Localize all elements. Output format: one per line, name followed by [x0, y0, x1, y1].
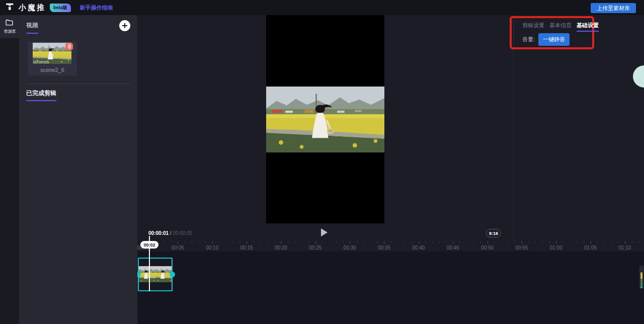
ruler-label: 00:10 [206, 245, 218, 251]
delete-icon[interactable] [65, 43, 73, 50]
ruler-label: 00:30 [344, 245, 356, 251]
add-media-button[interactable] [119, 20, 130, 31]
aspect-ratio-badge[interactable]: 9:16 [486, 229, 501, 237]
rail-item-library[interactable]: 资源库 [0, 15, 19, 38]
plus-icon [122, 23, 128, 29]
media-panel: 视频 00:00:05 scene2_6 已完成剪辑 [19, 15, 137, 324]
completed-clips-section[interactable]: 已完成剪辑 [26, 89, 56, 101]
video-frame [266, 87, 384, 152]
ruler-label: 00:05 [172, 245, 184, 251]
current-time: 00:00:01 [148, 230, 169, 236]
ruler-label: 00:25 [309, 245, 321, 251]
beta-badge: beta版 [50, 4, 71, 12]
guide-link[interactable]: 新手操作指南 [80, 4, 113, 12]
volume-row: 音量: 一键静音 [522, 33, 570, 46]
ruler-label: 00:50 [481, 245, 494, 251]
app-logo: 小魔推 beta版 新手操作指南 [0, 2, 113, 14]
ruler-label: 00:15 [240, 245, 253, 251]
tab-video[interactable]: 视频 [26, 21, 38, 34]
ruler-label: 00:35 [378, 245, 390, 251]
ruler-label: 01:05 [584, 245, 597, 251]
preview-stage: 00:00:01 / 00:00:05 9:16 [137, 15, 513, 240]
ruler-label: 00:40 [412, 245, 425, 251]
inspector-panel: 剪辑设置 基本信息 基础设置 音量: 一键静音 [513, 15, 644, 240]
timeline-tracks [137, 252, 644, 324]
video-canvas [266, 15, 384, 223]
playhead-time-pill[interactable]: 00:02 [140, 241, 158, 249]
sidebar-rail: 资源库 [0, 15, 19, 324]
app-logo-icon [5, 2, 15, 14]
tab-active-underline [26, 33, 38, 34]
volume-label: 音量: [522, 36, 535, 43]
clip-name-label: scene2_6 [28, 67, 77, 73]
play-button[interactable] [318, 227, 330, 238]
total-time: 00:00:05 [173, 230, 192, 236]
trim-handle-right[interactable] [170, 272, 175, 277]
mute-button[interactable]: 一键静音 [538, 33, 570, 46]
media-panel-header: 视频 [19, 15, 137, 37]
play-icon [320, 228, 328, 237]
media-card[interactable]: 00:00:05 scene2_6 [28, 41, 77, 75]
tab-basic-settings[interactable]: 基础设置 [577, 22, 599, 32]
app-window: 小魔推 beta版 新手操作指南 上传至素材库 资源库 视频 00:00: [0, 0, 644, 324]
inspector-tabs: 剪辑设置 基本信息 基础设置 [522, 22, 599, 32]
clip-filmstrip [139, 266, 172, 282]
folder-icon [6, 19, 14, 27]
ruler-label: 00:55 [515, 245, 528, 251]
panel-divider [26, 84, 130, 84]
timeline-clip[interactable] [138, 258, 173, 291]
ruler-label: 00:45 [447, 245, 459, 251]
tab-basic-info[interactable]: 基本信息 [549, 22, 572, 32]
app-logo-text: 小魔推 [19, 3, 46, 13]
top-bar: 小魔推 beta版 新手操作指南 上传至素材库 [0, 0, 644, 15]
ruler-label: 01:00 [550, 245, 562, 251]
clip-duration-label: 00:00:05 [33, 60, 49, 64]
rail-item-label: 资源库 [4, 29, 16, 35]
offscreen-clip-edge[interactable] [639, 265, 644, 288]
upload-button[interactable]: 上传至素材库 [591, 3, 636, 13]
time-display: 00:00:01 / 00:00:05 [148, 230, 192, 236]
timeline-ruler[interactable]: 00:0000:0500:1000:1500:2000:2500:3000:35… [137, 240, 644, 252]
ruler-label: 01:10 [618, 245, 631, 251]
ruler-label: 00:20 [275, 245, 287, 251]
tab-clip-settings[interactable]: 剪辑设置 [522, 22, 544, 32]
